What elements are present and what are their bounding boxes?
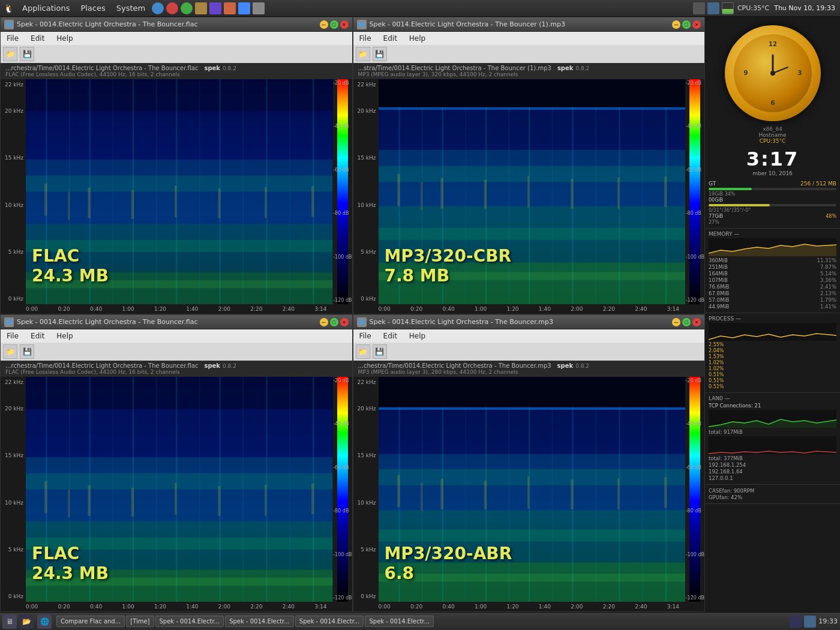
- titlebar-1: Spek - 0014.Electric Light Orchestra - T…: [1, 17, 352, 32]
- menu-places[interactable]: Places: [76, 2, 110, 14]
- svg-rect-124: [617, 478, 619, 509]
- titlebar-2: Spek - 0014.Electric Light Orchestra - T…: [353, 17, 705, 32]
- mem-pct-6: 1.79%: [820, 297, 836, 303]
- info-1: ...rchestra/Time/0014.Electric Light Orc…: [1, 63, 352, 79]
- menu-help-2[interactable]: Help: [406, 33, 429, 44]
- menu-edit-3[interactable]: Edit: [27, 331, 48, 341]
- svg-rect-84: [26, 538, 333, 550]
- process-section: PROCESS — 2.55% 2.04% 1.53% 1.02% 1.02%: [705, 313, 840, 393]
- menu-help-1[interactable]: Help: [53, 33, 76, 44]
- svg-rect-25: [88, 188, 90, 218]
- show-desktop-btn[interactable]: 🖥: [2, 614, 17, 629]
- close-btn-1[interactable]: ×: [340, 20, 349, 29]
- total-out: total: 377MiB: [709, 455, 836, 461]
- toolbar-open-3[interactable]: 📁: [3, 344, 17, 359]
- taskbar-icon-2[interactable]: [166, 2, 178, 14]
- svg-marker-133: [709, 244, 836, 256]
- close-btn-3[interactable]: ×: [340, 318, 349, 326]
- svg-rect-118: [397, 475, 400, 507]
- taskbar-icon-7[interactable]: [238, 2, 250, 14]
- taskbar-icon-8[interactable]: [253, 2, 265, 14]
- taskbar-item-2[interactable]: Spek - 0014.Electr...: [155, 616, 224, 627]
- mem-pct-7: 1.41%: [820, 304, 836, 310]
- toolbar-save-2[interactable]: 💾: [373, 47, 387, 61]
- taskbar-net-icon: [707, 2, 719, 14]
- wifi-pct: 27%: [709, 220, 836, 225]
- menu-file-4[interactable]: File: [356, 331, 375, 341]
- toolbar-open-2[interactable]: 📁: [356, 47, 370, 61]
- toolbar-save-4[interactable]: 💾: [373, 344, 387, 359]
- taskbar-icon-6[interactable]: [224, 2, 236, 14]
- toolbar-open-1[interactable]: 📁: [3, 47, 17, 61]
- spectrogram-2: 22 kHz 20 kHz 15 kHz 10 kHz 5 kHz 0 kHz: [353, 79, 705, 304]
- menubar-2: File Edit Help: [353, 32, 705, 45]
- info-app-3: spek: [204, 362, 220, 369]
- svg-rect-21: [26, 240, 333, 252]
- taskbar-item-3[interactable]: Spek - 0014.Electr...: [225, 616, 294, 627]
- y-axis-2: 22 kHz 20 kHz 15 kHz 10 kHz 5 kHz 0 kHz: [353, 79, 379, 304]
- minimize-btn-1[interactable]: ─: [320, 20, 328, 29]
- maximize-btn-2[interactable]: □: [682, 20, 691, 29]
- disk-row-3: 00GiB: [709, 197, 836, 203]
- proc-item-3: 1.02%: [709, 360, 836, 365]
- menu-system[interactable]: System: [112, 2, 150, 14]
- taskbar: 🐧 Applications Places System CPU:35°C Th…: [0, 0, 840, 17]
- mem-item-1: 251MiB 7.87%: [709, 264, 836, 270]
- taskbar-icon-4[interactable]: [195, 2, 207, 14]
- menu-file-1[interactable]: File: [3, 33, 22, 44]
- info-ver-2: 0.8.2: [575, 65, 589, 71]
- maximize-btn-3[interactable]: □: [330, 318, 338, 326]
- maximize-btn-4[interactable]: □: [682, 318, 691, 326]
- toolbar-save-1[interactable]: 💾: [20, 47, 34, 61]
- svg-text:9: 9: [743, 70, 748, 76]
- menu-file-3[interactable]: File: [3, 331, 22, 341]
- taskbar-item-4[interactable]: Spek - 0014.Electr...: [295, 616, 364, 627]
- taskbar-icon-1[interactable]: [152, 2, 164, 14]
- minimize-btn-4[interactable]: ─: [672, 318, 680, 326]
- taskbar-icon-5[interactable]: [209, 2, 221, 14]
- taskbar-item-1[interactable]: [Time]: [126, 616, 154, 627]
- maximize-btn-1[interactable]: □: [330, 20, 338, 29]
- minimize-btn-3[interactable]: ─: [320, 318, 328, 326]
- svg-rect-22: [26, 280, 333, 288]
- content-2: ...stra/Time/0014.Electric Light Orchest…: [353, 63, 705, 314]
- main-area: Spek - 0014.Electric Light Orchestra - T…: [0, 17, 705, 612]
- close-btn-2[interactable]: ×: [692, 20, 701, 29]
- mem-size-7: 44.9MiB: [709, 304, 729, 310]
- svg-rect-66: [26, 409, 333, 457]
- taskbar-item-0[interactable]: Compare Flac and...: [56, 616, 125, 627]
- menu-file-2[interactable]: File: [356, 33, 375, 44]
- svg-rect-57: [440, 178, 443, 209]
- svg-marker-134: [709, 419, 836, 428]
- proc-pct-3: 1.02%: [709, 360, 724, 365]
- close-btn-4[interactable]: ×: [692, 318, 701, 326]
- menu-help-4[interactable]: Help: [406, 331, 429, 341]
- svg-rect-123: [571, 479, 573, 509]
- disk-val-1: 256 / 512 MB: [800, 181, 836, 187]
- files-btn[interactable]: 📂: [19, 614, 34, 629]
- proc-pct-4: 1.02%: [709, 366, 724, 371]
- svg-rect-93: [311, 484, 314, 514]
- svg-rect-30: [311, 186, 314, 217]
- svg-rect-28: [218, 188, 220, 218]
- menu-help-3[interactable]: Help: [53, 331, 76, 341]
- mem-item-6: 57.0MiB 1.79%: [709, 297, 836, 303]
- disk-bar-1: [709, 188, 836, 190]
- taskbar-icon-3[interactable]: [181, 2, 193, 14]
- window-title-1: Spek - 0014.Electric Light Orchestra - T…: [17, 20, 320, 28]
- taskbar-right: CPU:35°C Thu Nov 10, 19:33: [688, 2, 840, 14]
- minimize-btn-2[interactable]: ─: [672, 20, 680, 29]
- menu-edit-1[interactable]: Edit: [27, 33, 48, 44]
- svg-rect-125: [664, 477, 666, 508]
- menubar-3: File Edit Help: [1, 329, 352, 343]
- x-axis-4: 0:000:200:401:001:201:402:002:202:403:14: [353, 602, 705, 611]
- menu-applications[interactable]: Applications: [17, 2, 74, 14]
- menu-edit-2[interactable]: Edit: [380, 33, 401, 44]
- menu-edit-4[interactable]: Edit: [380, 331, 401, 341]
- toolbar-save-3[interactable]: 💾: [20, 344, 34, 359]
- mem-item-3: 107MiB 3.36%: [709, 277, 836, 283]
- browser-btn[interactable]: 🌐: [37, 614, 52, 629]
- taskbar-item-5[interactable]: Spek - 0014.Electr...: [365, 616, 434, 627]
- toolbar-open-4[interactable]: 📁: [356, 344, 370, 359]
- memory-items: 360MiB 11.31% 251MiB 7.87% 164MiB 5.14% …: [709, 257, 836, 310]
